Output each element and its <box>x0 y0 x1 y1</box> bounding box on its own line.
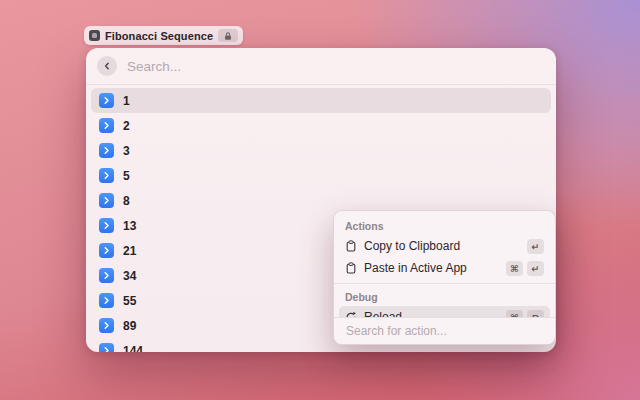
key-return: ↵ <box>527 239 544 254</box>
chevron-right-icon <box>99 143 114 158</box>
command-tag[interactable]: Fibonacci Sequence <box>84 26 243 45</box>
lock-badge[interactable] <box>218 29 238 42</box>
list-item-label: 2 <box>123 119 130 133</box>
actions-panel: Actions Copy to Clipboard ↵ Paste in Act… <box>333 210 556 345</box>
clipboard-icon <box>345 262 357 274</box>
action-label: Paste in Active App <box>364 261 499 275</box>
action-search-input[interactable] <box>346 324 543 338</box>
list-item-label: 3 <box>123 144 130 158</box>
shortcut-keys: ↵ <box>527 239 544 254</box>
section-header-debug: Debug <box>334 288 555 306</box>
chevron-right-icon <box>99 93 114 108</box>
chevron-right-icon <box>99 268 114 283</box>
chevron-right-icon <box>99 193 114 208</box>
list-item-label: 34 <box>123 269 136 283</box>
action-label: Copy to Clipboard <box>364 239 520 253</box>
search-input[interactable] <box>127 59 545 74</box>
chevron-left-icon <box>102 61 112 71</box>
chevron-right-icon <box>99 318 114 333</box>
action-paste-in-active-app[interactable]: Paste in Active App ⌘ ↵ <box>339 257 550 279</box>
actions-panel-body: Actions Copy to Clipboard ↵ Paste in Act… <box>334 211 555 328</box>
extension-icon <box>89 30 100 41</box>
list-item-label: 21 <box>123 244 136 258</box>
list-item-label: 89 <box>123 319 136 333</box>
action-copy-to-clipboard[interactable]: Copy to Clipboard ↵ <box>339 235 550 257</box>
search-bar <box>86 48 556 85</box>
chevron-right-icon <box>99 243 114 258</box>
back-button[interactable] <box>97 56 117 76</box>
chevron-right-icon <box>99 293 114 308</box>
list-item-label: 13 <box>123 219 136 233</box>
list-item-label: 144 <box>123 344 143 353</box>
list-item-1[interactable]: 1 <box>91 88 551 113</box>
list-item-label: 1 <box>123 94 130 108</box>
list-item-5[interactable]: 5 <box>91 163 551 188</box>
divider <box>334 283 555 284</box>
shortcut-keys: ⌘ ↵ <box>506 261 544 276</box>
command-tag-label: Fibonacci Sequence <box>105 30 213 42</box>
key-return: ↵ <box>527 261 544 276</box>
chevron-right-icon <box>99 168 114 183</box>
list-item-label: 5 <box>123 169 130 183</box>
section-header-actions: Actions <box>334 217 555 235</box>
clipboard-icon <box>345 240 357 252</box>
chevron-right-icon <box>99 218 114 233</box>
list-item-2[interactable]: 2 <box>91 113 551 138</box>
key-cmd: ⌘ <box>506 261 523 276</box>
list-item-label: 55 <box>123 294 136 308</box>
list-item-3[interactable]: 3 <box>91 138 551 163</box>
action-search-bar <box>334 317 555 344</box>
chevron-right-icon <box>99 118 114 133</box>
chevron-right-icon <box>99 343 114 352</box>
lock-icon <box>223 31 233 41</box>
list-item-label: 8 <box>123 194 130 208</box>
